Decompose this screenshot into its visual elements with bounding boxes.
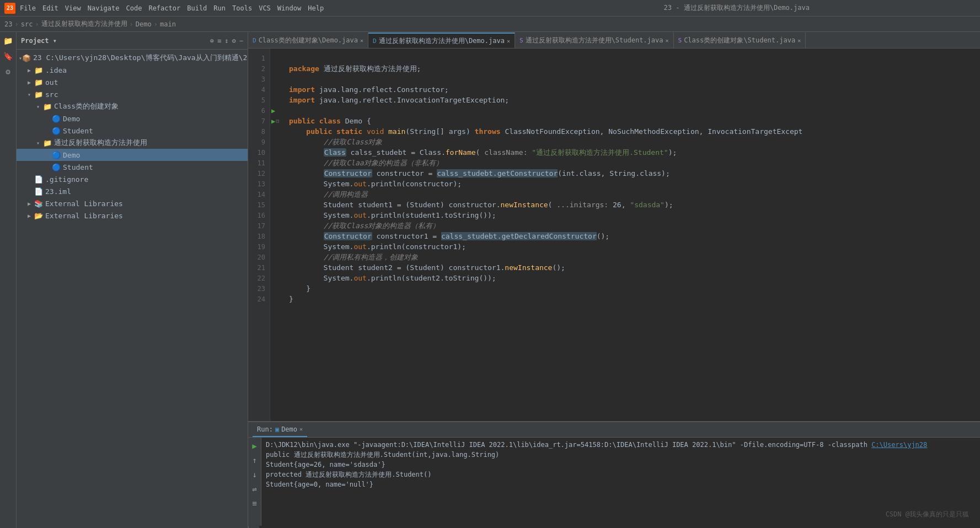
run-tab[interactable]: Run: ▣ Demo ✕ bbox=[253, 423, 307, 437]
ln-1: 1 bbox=[248, 53, 270, 63]
collapse-icon[interactable]: ≡ bbox=[217, 37, 221, 45]
ln-19: 19 bbox=[248, 241, 270, 252]
fold-line7-btn[interactable]: ⊟ bbox=[276, 118, 279, 124]
tree-class-folder-label: Class类的创建对象 bbox=[54, 101, 119, 111]
ln-4: 4 bbox=[248, 84, 270, 95]
wrap-btn[interactable]: ⇌ bbox=[249, 483, 261, 495]
tree-idea-label: .idea bbox=[45, 66, 67, 74]
tree-class-student-label: Student bbox=[63, 127, 93, 135]
tab-0-label: Class类的创建对象\Demo.java bbox=[259, 36, 358, 45]
menu-bar[interactable]: FileEditViewNavigateCodeRefactorBuildRun… bbox=[20, 4, 498, 12]
menu-help[interactable]: Help bbox=[308, 4, 324, 12]
tab-1[interactable]: D 通过反射获取构造方法并使用\Demo.java ✕ bbox=[368, 33, 515, 48]
breadcrumb-item-package[interactable]: 通过反射获取构造方法并使用 bbox=[41, 19, 127, 29]
menu-code[interactable]: Code bbox=[126, 4, 142, 12]
tree-out[interactable]: ▶ 📁 out bbox=[17, 76, 248, 88]
tree-iml[interactable]: 📄 23.iml bbox=[17, 185, 248, 197]
tab-bar: D Class类的创建对象\Demo.java ✕ D 通过反射获取构造方法并使… bbox=[248, 32, 980, 49]
console-output: D:\JDK12\bin\java.exe "-javaagent:D:\IDE… bbox=[261, 438, 980, 526]
menu-file[interactable]: File bbox=[20, 4, 36, 12]
tree-reflect-student[interactable]: 🔵 Student bbox=[17, 161, 248, 173]
tab-2-close[interactable]: ✕ bbox=[665, 37, 668, 44]
tree-external-libs[interactable]: ▶ 📚 External Libraries bbox=[17, 197, 248, 209]
ln-6: 6 bbox=[248, 105, 270, 116]
project-panel-title: Project ▾ bbox=[21, 37, 206, 45]
tree-idea[interactable]: ▶ 📁 .idea bbox=[17, 64, 248, 76]
menu-navigate[interactable]: Navigate bbox=[88, 4, 120, 12]
console-link-0[interactable]: C:\Users\yjn28 bbox=[871, 441, 927, 449]
ln-13: 13 bbox=[248, 179, 270, 189]
tree-class-folder[interactable]: ▾ 📁 Class类的创建对象 bbox=[17, 100, 248, 112]
scroll-up-btn[interactable]: ↑ bbox=[249, 454, 261, 466]
tab-0[interactable]: D Class类的创建对象\Demo.java ✕ bbox=[248, 33, 368, 48]
tab-0-close[interactable]: ✕ bbox=[360, 37, 363, 44]
tree-src[interactable]: ▾ 📁 src bbox=[17, 88, 248, 100]
ln-14: 14 bbox=[248, 189, 270, 200]
tab-3-close[interactable]: ✕ bbox=[797, 37, 801, 44]
menu-build[interactable]: Build bbox=[187, 4, 207, 12]
close-icon[interactable]: − bbox=[239, 37, 243, 45]
structure-icon[interactable]: ⚙ bbox=[2, 65, 15, 78]
breadcrumb-item-src[interactable]: src bbox=[21, 20, 33, 28]
scroll-down-btn[interactable]: ↓ bbox=[249, 468, 261, 481]
bottom-sidebar-tools: ▶ ↑ ↓ ⇌ ≡ bbox=[248, 438, 261, 526]
ln-18: 18 bbox=[248, 231, 270, 241]
tree-root[interactable]: ▾ 📦 23 C:\Users\yjn28\Desktop\博客代码\Java从… bbox=[17, 52, 248, 64]
run-line7-btn[interactable]: ▶ bbox=[271, 117, 275, 125]
ln-2: 2 bbox=[248, 63, 270, 74]
bookmark-icon[interactable]: 🔖 bbox=[2, 50, 15, 63]
ln-11: 11 bbox=[248, 158, 270, 168]
tree-class-demo[interactable]: 🔵 Demo bbox=[17, 112, 248, 125]
content-area: D Class类的创建对象\Demo.java ✕ D 通过反射获取构造方法并使… bbox=[248, 32, 980, 528]
breadcrumb-item-class[interactable]: Demo bbox=[136, 20, 152, 28]
tab-2[interactable]: S 通过反射获取构造方法并使用\Student.java ✕ bbox=[515, 33, 674, 48]
ln-12: 12 bbox=[248, 168, 270, 179]
tab-3[interactable]: S Class类的创建对象\Student.java ✕ bbox=[674, 33, 806, 48]
title-bar: 23 FileEditViewNavigateCodeRefactorBuild… bbox=[0, 0, 980, 17]
settings-icon[interactable]: ⚙ bbox=[232, 37, 236, 45]
tree-reflect-folder-label: 通过反射获取构造方法并使用 bbox=[54, 138, 147, 148]
console-line-4: Student{age=0, name='null'} bbox=[266, 479, 976, 489]
filter-btn[interactable]: ≡ bbox=[249, 497, 261, 509]
console-line-3: protected 通过反射获取构造方法并使用.Student() bbox=[266, 470, 976, 479]
breadcrumb-item-method[interactable]: main bbox=[160, 20, 176, 28]
tab-3-label: Class类的创建对象\Student.java bbox=[684, 36, 795, 45]
play-btn[interactable]: ▶ bbox=[249, 440, 261, 452]
menu-edit[interactable]: Edit bbox=[42, 4, 58, 12]
ln-16: 16 bbox=[248, 210, 270, 220]
sort-icon[interactable]: ↕ bbox=[224, 37, 228, 45]
tree-scratches[interactable]: ▶ 📂 External Libraries bbox=[17, 209, 248, 222]
run-line6-btn[interactable]: ▶ bbox=[271, 107, 275, 115]
tree-reflect-folder[interactable]: ▾ 📁 通过反射获取构造方法并使用 bbox=[17, 137, 248, 149]
menu-tools[interactable]: Tools bbox=[232, 4, 252, 12]
menu-view[interactable]: View bbox=[65, 4, 81, 12]
ln-20: 20 bbox=[248, 252, 270, 262]
breadcrumb: 23 › src › 通过反射获取构造方法并使用 › Demo › main bbox=[0, 17, 980, 32]
bottom-tab-bar: Run: ▣ Demo ✕ bbox=[248, 422, 980, 438]
project-panel-header: Project ▾ ⊕ ≡ ↕ ⚙ − bbox=[17, 32, 248, 50]
console-line-0: D:\JDK12\bin\java.exe "-javaagent:D:\IDE… bbox=[266, 440, 976, 450]
ln-9: 9 bbox=[248, 137, 270, 147]
project-tree: ▾ 📦 23 C:\Users\yjn28\Desktop\博客代码\Java从… bbox=[17, 50, 248, 528]
tree-gitignore[interactable]: 📄 .gitignore bbox=[17, 173, 248, 185]
line-numbers: 1 2 3 4 5 6 7 8 9 10 11 12 13 14 15 16 1 bbox=[248, 49, 270, 421]
code-content[interactable]: package 通过反射获取构造方法并使用; import java.lang.… bbox=[282, 49, 980, 421]
tree-reflect-demo[interactable]: 🔵 Demo bbox=[17, 149, 248, 161]
tree-class-student[interactable]: 🔵 Student bbox=[17, 125, 248, 137]
locate-icon[interactable]: ⊕ bbox=[210, 37, 214, 45]
ln-17: 17 bbox=[248, 220, 270, 231]
menu-run[interactable]: Run bbox=[213, 4, 226, 12]
menu-refactor[interactable]: Refactor bbox=[148, 4, 180, 12]
app-logo: 23 bbox=[4, 3, 15, 14]
run-tab-name: Demo bbox=[281, 425, 297, 433]
project-header-icons[interactable]: ⊕ ≡ ↕ ⚙ − bbox=[210, 37, 243, 45]
ln-7: 7 bbox=[248, 116, 270, 126]
tab-2-label: 通过反射获取构造方法并使用\Student.java bbox=[526, 36, 663, 45]
menu-vcs[interactable]: VCS bbox=[259, 4, 271, 12]
project-icon[interactable]: 📁 bbox=[2, 34, 15, 47]
breadcrumb-item-num[interactable]: 23 bbox=[4, 20, 12, 28]
run-tab-close[interactable]: ✕ bbox=[299, 426, 303, 432]
tab-1-close[interactable]: ✕ bbox=[507, 38, 510, 44]
code-editor[interactable]: 1 2 3 4 5 6 7 8 9 10 11 12 13 14 15 16 1 bbox=[248, 49, 980, 421]
menu-window[interactable]: Window bbox=[277, 4, 301, 12]
